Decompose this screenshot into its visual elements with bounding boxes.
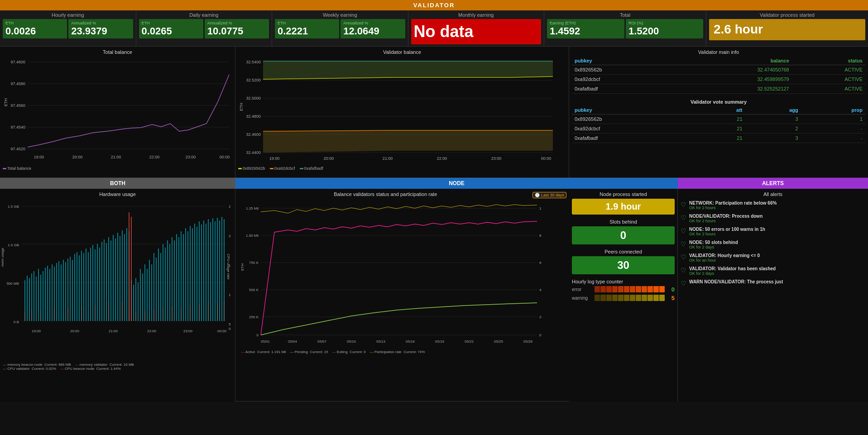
svg-text:05/04: 05/04 <box>288 339 297 344</box>
svg-text:19:00: 19:00 <box>32 329 41 333</box>
hourly-ann-box: Annualized % 23.9379 <box>68 19 133 38</box>
vote-row-1: 0x8926562b 21 3 1 <box>572 114 865 124</box>
daily-ann-box: Annualized % 10.0775 <box>205 19 269 38</box>
validator-row-3: 0xafafbadf 32.525252127 ACTIVE <box>572 84 865 93</box>
svg-marker-30 <box>263 61 553 79</box>
svg-text:ETH: ETH <box>4 98 8 106</box>
svg-text:05/13: 05/13 <box>376 339 386 344</box>
vs3-agg: 3 <box>745 133 801 143</box>
svg-text:500 MB: 500 MB <box>6 282 19 286</box>
hardware-usage-panel: Hardware usage 1.5 GB 1.0 GB 500 MB 0 B … <box>0 189 235 402</box>
alert-icon-2: ♡ <box>681 214 686 221</box>
alert-item-2: ♡ NODE/VALIDATOR: Process down OK for 2 … <box>681 214 865 223</box>
hourly-label: Hourly earning <box>3 12 133 18</box>
svg-text:0 B: 0 B <box>14 320 19 324</box>
total-balance-svg: 97.4600 97.4580 97.4560 97.4540 97.4520 … <box>3 57 233 165</box>
vote-row-3: 0xafafbadf 21 3 - <box>572 133 865 143</box>
validator-started-value: 2.6 hour <box>714 23 861 37</box>
monthly-label: Monthly earning <box>411 12 542 18</box>
validator-started-box: 2.6 hour <box>709 19 865 40</box>
error-count: 0 <box>667 286 675 293</box>
daily-label: Daily earning <box>139 12 269 18</box>
svg-text:23:00: 23:00 <box>183 329 193 333</box>
alert-item-6: ♡ VALIDATOR: Validator has been slashed … <box>681 266 865 276</box>
alerts-section: All alerts ♡ NETWORK: Participation rate… <box>678 189 868 293</box>
svg-text:20%: 20% <box>539 315 542 319</box>
svg-text:05/07: 05/07 <box>317 339 327 344</box>
svg-text:20:00: 20:00 <box>324 156 334 161</box>
hardware-usage-svg: 1.5 GB 1.0 GB 500 MB 0 B 25.0% 20.0% 15.… <box>0 199 231 362</box>
svg-text:80%: 80% <box>539 234 542 238</box>
node-panel: Balance validators status and participat… <box>235 189 569 402</box>
hourly-eth-box: ETH 0.0026 <box>3 19 67 38</box>
svg-text:32.4800: 32.4800 <box>246 114 261 119</box>
node-section-header: NODE <box>235 178 678 189</box>
col-balance: balance <box>675 57 792 65</box>
svg-text:97.4540: 97.4540 <box>10 125 25 129</box>
alert-text-3: NODE: 50 errors or 100 warns in 1h OK fo… <box>689 227 765 236</box>
alert-icon-7: ♡ <box>681 280 686 287</box>
svg-text:20.0%: 20.0% <box>229 234 231 238</box>
vs-col-prop: prop <box>801 106 865 115</box>
hourly-eth-value: 0.0026 <box>5 26 64 37</box>
vs1-prop: 1 <box>801 114 865 124</box>
v2-status: ACTIVE <box>792 74 865 84</box>
svg-text:23:00: 23:00 <box>186 155 196 159</box>
warning-count: 5 <box>667 295 675 301</box>
error-bars <box>595 286 665 292</box>
svg-text:05/25: 05/25 <box>494 339 504 344</box>
validator-started-group: Validator process started 2.6 hour <box>706 10 868 46</box>
total-balance-legend: Total balance <box>3 166 232 171</box>
v3-status: ACTIVE <box>792 84 865 93</box>
peers-connected-value: 30 <box>572 256 675 274</box>
svg-text:750 K: 750 K <box>249 261 259 265</box>
alerts-list: ♡ NETWORK: Participation rate below 66% … <box>681 201 865 287</box>
weekly-earning-group: Weekly earning ETH 0.2221 Annualized % 1… <box>272 10 408 46</box>
col-status: status <box>792 57 865 65</box>
svg-text:1.00 Mil: 1.00 Mil <box>246 234 259 238</box>
hourly-eth-label: ETH <box>5 21 64 25</box>
total-earning-label: Earning (ETH) <box>550 21 622 25</box>
vs-col-agg: agg <box>745 106 801 115</box>
v2-pubkey: 0xa92dcbcf <box>572 74 675 84</box>
charts-top-row: Total balance 97.4600 97.4580 97.4560 97… <box>0 47 868 178</box>
alert-text-7: WARN NODE/VALIDATOR: The process just <box>689 279 783 284</box>
bottom-row: Hardware usage 1.5 GB 1.0 GB 500 MB 0 B … <box>0 189 868 402</box>
alert-icon-3: ♡ <box>681 227 686 234</box>
daily-eth-label: ETH <box>142 21 201 25</box>
svg-text:32.4400: 32.4400 <box>246 150 261 155</box>
svg-text:32.5400: 32.5400 <box>246 60 261 64</box>
alert-text-5: VALIDATOR: Hourly earning <= 0 OK for an… <box>689 253 760 263</box>
total-label: Total <box>547 12 703 18</box>
weekly-eth-value: 0.2221 <box>278 26 336 37</box>
monthly-nodata-value: No data <box>414 21 539 43</box>
total-earning-box: Earning (ETH) 1.4592 <box>547 19 624 38</box>
weekly-ann-label: Annualized % <box>343 21 402 25</box>
svg-text:40%: 40% <box>539 288 542 292</box>
svg-text:23:00: 23:00 <box>491 156 502 161</box>
alert-icon-1: ♡ <box>681 201 686 208</box>
svg-text:21:00: 21:00 <box>111 155 121 159</box>
weekly-ann-value: 12.0649 <box>343 26 402 37</box>
svg-text:1.25 Mil: 1.25 Mil <box>246 206 259 210</box>
daily-earning-group: Daily earning ETH 0.0265 Annualized % 10… <box>136 10 273 46</box>
svg-text:1.0 GB: 1.0 GB <box>8 243 19 247</box>
peers-connected-label: Peers connected <box>572 249 675 254</box>
v1-status: ACTIVE <box>792 65 865 74</box>
total-roi-label: ROI (%) <box>628 21 700 25</box>
v3-pubkey: 0xafafbadf <box>572 84 675 93</box>
svg-text:0: 0 <box>257 333 259 337</box>
vs1-pubkey: 0x8926562b <box>572 114 700 124</box>
svg-text:05/28: 05/28 <box>523 339 533 344</box>
svg-text:60%: 60% <box>539 261 542 265</box>
vs-col-att: att <box>700 106 745 115</box>
hourly-earning-group: Hourly earning ETH 0.0026 Annualized % 2… <box>0 10 136 46</box>
process-started-value: 1.9 hour <box>572 199 675 215</box>
vs2-agg: 2 <box>745 124 801 133</box>
svg-text:97.4560: 97.4560 <box>10 103 25 108</box>
alerts-panel: All alerts ♡ NETWORK: Participation rate… <box>678 189 868 402</box>
last30-badge: 🕛 Last 30 days <box>532 192 566 198</box>
total-balance-title: Total balance <box>3 49 232 55</box>
hourly-ann-label: Annualized % <box>71 21 130 25</box>
svg-text:00:00: 00:00 <box>541 156 551 161</box>
